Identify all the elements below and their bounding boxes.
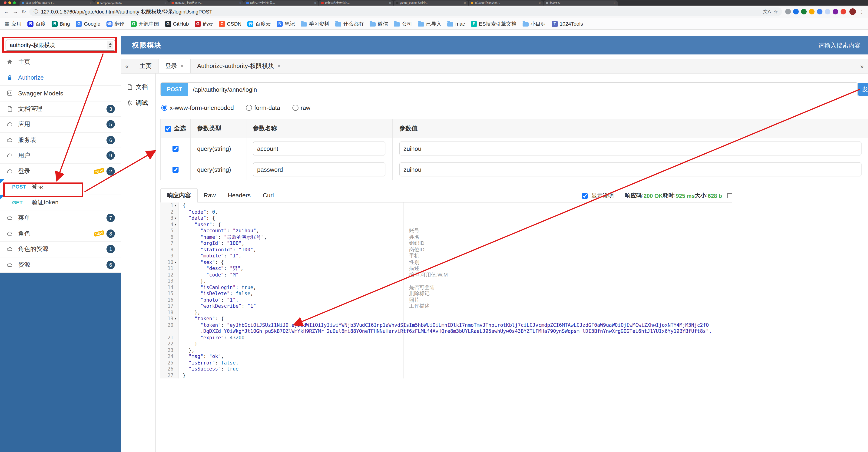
sidebar-item-1[interactable]: Authorize (0, 70, 121, 86)
chevron-left-icon[interactable]: « (121, 59, 133, 73)
browser-menu-icon[interactable]: ⋮ (859, 9, 864, 15)
extension-icon[interactable] (833, 9, 838, 15)
extension-icon[interactable] (801, 9, 807, 15)
response-tab-3[interactable]: Curl (257, 189, 280, 202)
bookmark-item[interactable]: 已导入 (418, 20, 441, 27)
tab-close-icon[interactable]: × (90, 1, 92, 5)
tab-close-icon[interactable]: × (180, 63, 184, 69)
sidebar-item-10[interactable]: 菜单7 (0, 210, 121, 226)
fold-arrow-icon[interactable]: ▾ (174, 316, 178, 322)
expand-icon[interactable] (727, 193, 732, 198)
sidebar-item-11[interactable]: 角色NEW8 (0, 226, 121, 242)
profile-avatar[interactable] (849, 8, 856, 15)
param-value-input[interactable] (399, 142, 862, 156)
bookmark-item[interactable]: mac (447, 21, 465, 27)
fold-arrow-icon[interactable]: ▾ (174, 221, 178, 228)
response-editor[interactable]: 1▾{2 "code": 0,3▾ "data": {4▾ "user": {5… (160, 202, 732, 378)
body-type-option-0[interactable]: x-www-form-urlencoded (161, 104, 234, 111)
bookmark-item[interactable]: CCSDN (219, 21, 241, 27)
zoom-window-icon[interactable] (13, 1, 16, 4)
search-input[interactable] (790, 41, 862, 49)
sidebar-item-3[interactable]: 文档管理3 (0, 101, 121, 117)
tab-close-icon[interactable]: × (389, 1, 391, 5)
body-type-option-2[interactable]: raw (292, 104, 310, 111)
sidebar-item-13[interactable]: 资源6 (0, 257, 121, 273)
browser-tab[interactable]: github_pusher实时中...× (394, 0, 468, 6)
tab-close-icon[interactable]: × (240, 1, 241, 5)
window-controls[interactable] (4, 1, 16, 4)
body-type-option-1[interactable]: form-data (246, 104, 280, 111)
subnav-debug[interactable]: 调试 (121, 95, 155, 111)
sidebar-item-5[interactable]: 服务表6 (0, 133, 121, 148)
fold-arrow-icon[interactable]: ▾ (174, 259, 178, 265)
translate-icon[interactable]: 文A (763, 8, 771, 15)
bookmark-item[interactable]: 学习资料 (301, 20, 330, 27)
browser-tab[interactable]: temporary-interfa...× (94, 0, 169, 6)
bookmark-star-icon[interactable]: ☆ (774, 9, 778, 14)
tab-close-icon[interactable]: × (164, 1, 166, 5)
bookmark-item[interactable]: 公司 (394, 20, 412, 27)
bookmark-item[interactable]: 什么都有 (335, 20, 364, 27)
select-all-checkbox[interactable] (165, 125, 171, 132)
sidebar-item-6[interactable]: 用户9 (0, 148, 121, 164)
row-checkbox[interactable] (173, 145, 179, 151)
response-tab-0[interactable]: 响应内容 (160, 188, 197, 202)
param-name-input[interactable] (253, 142, 385, 156)
extension-icon[interactable] (841, 9, 846, 15)
tab-close-icon[interactable]: × (539, 1, 541, 5)
address-bar[interactable]: ⓘ 127.0.0.1:8760/api/gate/doc.html#/auth… (29, 7, 782, 16)
back-icon[interactable]: ← (4, 9, 9, 15)
bookmark-item[interactable]: BBing (52, 21, 70, 27)
send-request-button[interactable]: 发 (858, 83, 868, 96)
response-tab-2[interactable]: Headers (222, 189, 257, 202)
bookmark-item[interactable]: GGoogle (76, 21, 100, 27)
module-select[interactable]: authority-权限模块 (6, 39, 115, 51)
extension-icon[interactable] (785, 9, 791, 15)
bookmark-item[interactable]: EES搜索引擎文档 (471, 20, 516, 27)
param-name-input[interactable] (253, 163, 385, 176)
body-type-radio[interactable] (246, 105, 252, 111)
show-description-checkbox[interactable] (582, 193, 588, 199)
extension-icon[interactable] (809, 9, 814, 15)
browser-tab[interactable]: 公司 | 融合aPaaS云平...× (20, 0, 94, 6)
bookmark-item[interactable]: T1024Tools (552, 21, 583, 27)
sidebar-item-0[interactable]: 主页 (0, 54, 121, 70)
bookmark-item[interactable]: N笔记 (277, 20, 295, 27)
select-stepper-icon[interactable] (107, 41, 113, 49)
extension-icon[interactable] (817, 9, 823, 15)
row-checkbox[interactable] (173, 166, 179, 172)
browser-tab[interactable]: 最新国内参考消息...× (319, 0, 393, 6)
sidebar-item-4[interactable]: 应用5 (0, 117, 121, 133)
tab-close-icon[interactable]: × (614, 1, 616, 5)
browser-tab[interactable]: hao123_上网从这里...× (169, 0, 244, 6)
fold-arrow-icon[interactable]: ▾ (174, 202, 178, 209)
browser-tab[interactable]: 新标签页× (544, 0, 618, 6)
bookmark-item[interactable]: 微信 (370, 20, 388, 27)
reload-icon[interactable]: ↻ (21, 9, 26, 15)
body-type-radio[interactable] (292, 105, 298, 111)
forward-icon[interactable]: → (12, 9, 18, 15)
doc-tab-1[interactable]: 登录× (158, 59, 191, 73)
bookmark-item[interactable]: O开源中国 (131, 20, 159, 27)
sidebar-item-12[interactable]: 角色的资源1 (0, 242, 121, 257)
body-type-radio[interactable] (161, 105, 167, 111)
url-text[interactable]: 127.0.0.1:8760/api/gate/doc.html#/author… (41, 8, 761, 15)
response-tab-1[interactable]: Raw (197, 189, 222, 202)
subnav-doc[interactable]: 文档 (121, 79, 155, 95)
close-window-icon[interactable] (4, 1, 6, 4)
sidebar-item-7[interactable]: 登录NEW2 (0, 164, 121, 179)
fold-arrow-icon[interactable]: ▾ (174, 215, 178, 221)
doc-tab-0[interactable]: 主页 (133, 59, 158, 73)
sidebar-item-get-9[interactable]: GET验证token (0, 195, 121, 210)
bookmark-item[interactable]: GGitHub (165, 21, 189, 27)
tab-close-icon[interactable]: × (277, 63, 281, 69)
browser-tab[interactable]: 解决超时问题|起点...× (469, 0, 543, 6)
extension-icon[interactable] (825, 9, 830, 15)
doc-tab-2[interactable]: Authorize-authority-权限模块× (191, 59, 287, 73)
tab-close-icon[interactable]: × (314, 1, 316, 5)
minimize-window-icon[interactable] (8, 1, 11, 4)
bookmark-item[interactable]: 译翻译 (106, 20, 125, 27)
bookmark-item[interactable]: 小目标 (523, 20, 546, 27)
param-value-input[interactable] (399, 163, 862, 176)
bookmark-item[interactable]: G码云 (195, 20, 213, 27)
